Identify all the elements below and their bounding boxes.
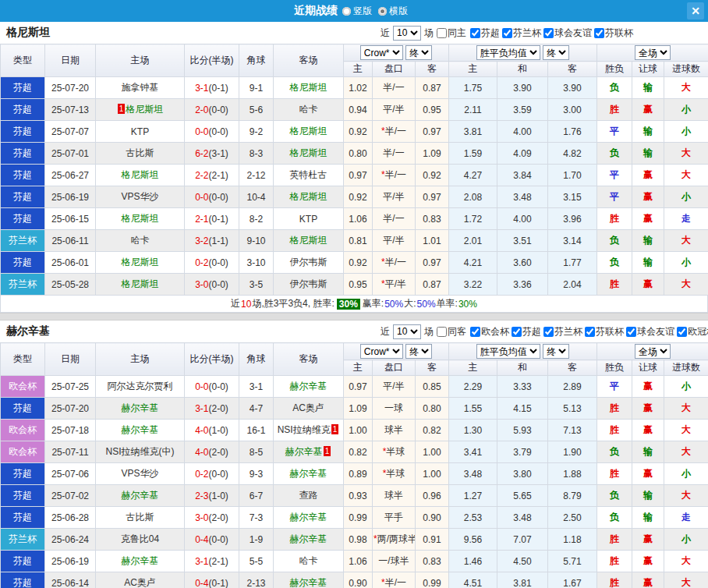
home-team-name[interactable]: 古比斯 [126,147,154,158]
away-team-name[interactable]: 格尼斯坦 [290,147,327,158]
home-team-name[interactable]: VPS华沙 [121,191,158,202]
league-filter[interactable]: 芬超 [510,325,541,338]
away-team-name[interactable]: 格尼斯坦 [290,191,327,202]
away-team-name[interactable]: KTP [299,214,317,225]
fulltime-score[interactable]: 4-0 [195,447,208,458]
fulltime-score[interactable]: 3-0 [195,512,208,523]
away-team-name[interactable]: 哈卡 [299,104,318,115]
league-checkbox[interactable] [585,327,595,337]
odds-company-select[interactable]: Crow* [360,45,403,60]
away-team-name[interactable]: 格尼斯坦 [290,126,327,136]
match-count-select[interactable]: 10 [393,26,421,41]
league-filter[interactable]: 欧会杯 [469,325,509,338]
away-team-name[interactable]: 赫尔辛基 [290,577,327,588]
home-team-name[interactable]: AC奥卢 [124,577,156,588]
home-team-name[interactable]: 赫尔辛基 [122,490,159,501]
league-filter[interactable]: 芬兰杯 [501,27,541,40]
away-team-name[interactable]: 赫尔辛基 [290,468,327,479]
same-home-filter[interactable]: 同主 [435,27,466,40]
close-icon[interactable]: ✕ [687,2,704,19]
away-team-name[interactable]: 格尼斯坦 [290,82,327,93]
radio-vertical-icon[interactable] [342,7,351,16]
fulltime-score[interactable]: 3-1 [195,403,208,414]
away-team-name[interactable]: NSI拉纳维克 [278,424,331,435]
scope-select[interactable]: 全场 [635,344,671,359]
away-team-name[interactable]: 赫尔辛基 [290,381,327,391]
home-team-name[interactable]: 阿尔达克尔贾利 [108,381,173,391]
avg-select[interactable]: 胜平负均值 [476,344,540,359]
home-team-name[interactable]: 施拿钟基 [122,82,159,93]
odds-time-select[interactable]: 终 [405,344,432,359]
fulltime-score[interactable]: 2-0 [195,104,208,115]
fulltime-score[interactable]: 0-0 [195,126,208,137]
fulltime-score[interactable]: 0-2 [195,257,208,268]
away-team-name[interactable]: 英特杜古 [290,169,327,180]
avg-time-select[interactable]: 终 [543,45,569,60]
home-team-name[interactable]: 格尼斯坦 [122,278,159,289]
fulltime-score[interactable]: 0-0 [195,381,208,392]
league-filter[interactable]: 球会友谊 [542,27,592,40]
home-team-name[interactable]: 古比斯 [126,512,154,522]
league-filter[interactable]: 欧冠杯 [675,325,708,338]
away-team-name[interactable]: 伊尔韦斯 [290,257,327,267]
league-checkbox[interactable] [512,327,522,337]
league-checkbox[interactable] [543,28,554,38]
fulltime-score[interactable]: 3-2 [195,236,208,246]
league-filter[interactable]: 芬联杯 [593,27,633,40]
away-team-name[interactable]: 赫尔辛基 [290,533,327,544]
fulltime-score[interactable]: 2-3 [195,491,208,501]
same-home-checkbox[interactable] [437,28,447,38]
home-team-name[interactable]: 赫尔辛基 [122,402,159,413]
radio-horizontal-icon[interactable] [378,7,387,16]
league-checkbox[interactable] [626,327,636,337]
home-team-name[interactable]: 哈卡 [131,235,150,246]
radio-horizontal[interactable]: 横版 [378,5,408,18]
home-team-name[interactable]: NSI拉纳维克(中) [106,446,175,457]
fulltime-score[interactable]: 0-0 [195,192,208,203]
league-checkbox[interactable] [594,28,604,38]
match-count-select[interactable]: 10 [393,324,421,339]
same-away-checkbox[interactable] [437,327,447,337]
league-checkbox[interactable] [677,327,687,337]
home-team-name[interactable]: VPS华沙 [121,468,158,479]
fulltime-score[interactable]: 3-1 [195,556,208,567]
fulltime-score[interactable]: 6-2 [195,148,208,159]
radio-vertical[interactable]: 竖版 [342,5,372,18]
away-team-name[interactable]: 哈卡 [299,555,318,566]
league-filter[interactable]: 芬联杯 [583,325,624,338]
fulltime-score[interactable]: 3-0 [195,279,208,290]
home-team-name[interactable]: 赫尔辛基 [122,555,159,566]
home-team-name[interactable]: 格尼斯坦 [126,104,163,115]
scope-select[interactable]: 全场 [635,45,671,60]
away-team-name[interactable]: 格尼斯坦 [290,235,327,246]
league-filter[interactable]: 芬超 [469,27,500,40]
away-team-name[interactable]: 伊尔韦斯 [290,278,327,289]
home-team-name[interactable]: 克鲁比04 [121,533,159,544]
avg-time-select[interactable]: 终 [543,344,569,359]
league-checkbox[interactable] [470,327,480,337]
fulltime-score[interactable]: 0-4 [195,534,208,545]
away-team-name[interactable]: 赫尔辛基 [285,446,323,457]
home-team-name[interactable]: KTP [131,126,149,137]
home-team-name[interactable]: 赫尔辛基 [122,424,159,435]
league-checkbox[interactable] [470,28,480,38]
fulltime-score[interactable]: 3-1 [195,83,208,94]
home-team-name[interactable]: 格尼斯坦 [122,213,159,224]
home-team-name[interactable]: 格尼斯坦 [122,169,159,180]
avg-select[interactable]: 胜平负均值 [476,45,540,60]
league-checkbox[interactable] [543,327,554,337]
league-filter[interactable]: 芬兰杯 [542,325,582,338]
away-team-name[interactable]: 查路 [299,490,318,501]
fulltime-score[interactable]: 0-4 [195,578,208,588]
fulltime-score[interactable]: 0-2 [195,469,208,480]
league-checkbox[interactable] [502,28,512,38]
away-team-name[interactable]: 赫尔辛基 [290,512,327,522]
home-team-name[interactable]: 格尼斯坦 [122,257,159,267]
same-away-filter[interactable]: 同客 [435,325,466,338]
fulltime-score[interactable]: 2-2 [195,170,208,181]
odds-company-select[interactable]: Crow* [360,344,403,359]
away-team-name[interactable]: AC奥卢 [292,402,324,413]
odds-time-select[interactable]: 终 [405,45,432,60]
league-filter[interactable]: 球会友谊 [625,325,674,338]
fulltime-score[interactable]: 2-1 [195,214,208,225]
